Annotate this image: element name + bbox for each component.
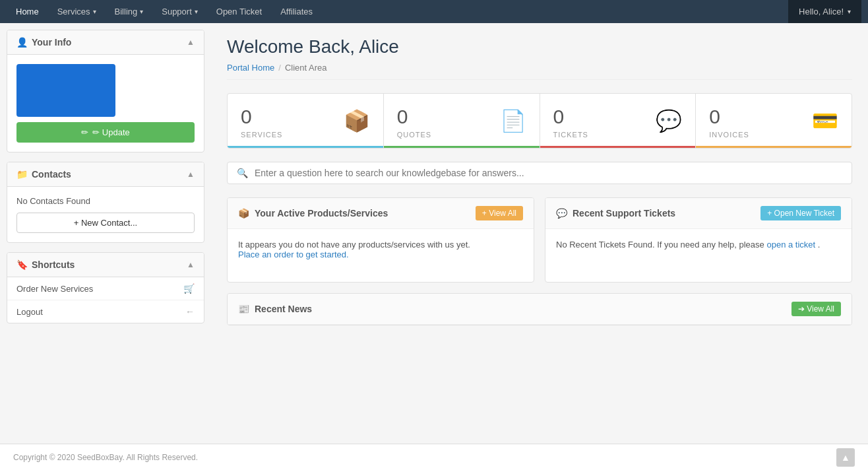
tickets-empty-text: No Recent Tickets Found. If you need any… [556,240,764,250]
open-ticket-link[interactable]: open a ticket [766,240,815,250]
shortcuts-toggle[interactable]: ▲ [187,260,195,269]
footer: Copyright © 2020 SeedBoxBay. All Rights … [0,444,868,470]
news-view-all-button[interactable]: ➔ View All [791,302,841,316]
contacts-header: 📁 Contacts ▲ [7,162,204,187]
nav-items: Home Services ▾ Billing ▾ Support ▾ Open… [7,0,788,23]
stat-quotes-count: 0 [397,107,493,127]
logout-icon: ← [185,306,195,317]
news-view-all-label: ➔ View All [798,304,834,314]
stat-quotes[interactable]: 0 QUOTES 📄 [384,94,540,148]
shortcut-order-services[interactable]: Order New Services 🛒 [7,277,204,300]
nav-label-support: Support [162,7,192,17]
nav-label-open-ticket: Open Ticket [216,7,262,17]
folder-icon: 📁 [16,169,28,180]
services-dropdown-icon: ▾ [93,8,96,15]
update-button[interactable]: ✏ ✏ Update [16,122,195,143]
scroll-top-button[interactable]: ▲ [836,448,855,467]
shortcuts-panel: 🔖 Shortcuts ▲ Order New Services 🛒 Logou… [7,252,204,323]
open-ticket-label: + Open New Ticket [767,209,834,218]
cart-icon: 🛒 [183,283,195,294]
new-contact-label: + New Contact... [74,218,137,228]
nav-item-affiliates[interactable]: Affiliates [271,0,322,23]
contacts-header-left: 📁 Contacts [16,169,71,180]
products-view-all-button[interactable]: + View All [476,206,523,220]
main-content: Welcome Back, Alice Portal Home / Client… [211,23,868,444]
breadcrumb-separator: / [278,63,281,73]
stat-quotes-label: QUOTES [397,131,493,139]
open-new-ticket-button[interactable]: + Open New Ticket [760,206,841,220]
products-cta-link[interactable]: Place an order to get started. [238,250,349,259]
stat-services[interactable]: 0 SERVICES 📦 [228,94,384,148]
your-info-toggle[interactable]: ▲ [187,38,195,47]
nav-label-home: Home [16,7,39,17]
news-card-title-group: 📰 Recent News [238,304,312,314]
stat-quotes-left: 0 QUOTES [397,107,493,139]
shortcut-order-label: Order New Services [16,284,93,294]
nav-item-billing[interactable]: Billing ▾ [106,0,153,23]
your-info-body: ✏ ✏ Update [7,55,204,152]
contacts-title: Contacts [32,169,71,180]
sidebar: 👤 Your Info ▲ ✏ ✏ Update 📁 [0,23,211,444]
services-stat-icon: 📦 [344,108,370,133]
products-view-all-label: + View All [482,209,516,218]
shortcut-logout-label: Logout [16,307,43,317]
nav-item-services[interactable]: Services ▾ [48,0,106,23]
news-card-header: 📰 Recent News ➔ View All [228,294,852,325]
products-card-body: It appears you do not have any products/… [228,229,534,282]
tickets-card-title-group: 💬 Recent Support Tickets [556,208,675,218]
tickets-card: 💬 Recent Support Tickets + Open New Tick… [545,197,852,283]
tickets-card-header: 💬 Recent Support Tickets + Open New Tick… [545,198,852,229]
main-nav: Home Services ▾ Billing ▾ Support ▾ Open… [0,0,868,23]
stat-invoices-count: 0 [709,107,805,127]
your-info-title: Your Info [32,37,71,48]
bookmark-icon: 🔖 [16,259,28,270]
stat-tickets-left: 0 TICKETS [553,107,650,139]
search-input[interactable] [255,168,842,178]
quotes-stat-icon: 📄 [500,108,526,133]
stat-tickets[interactable]: 0 TICKETS 💬 [540,94,697,148]
scroll-top-icon: ▲ [841,452,850,463]
contacts-body: No Contacts Found + New Contact... [7,187,204,242]
stat-services-count: 0 [241,107,337,127]
products-card-icon: 📦 [238,208,249,218]
update-icon: ✏ [81,127,88,137]
nav-item-home[interactable]: Home [7,0,48,23]
user-menu[interactable]: Hello, Alice! ▾ [788,0,861,23]
products-card-title: Your Active Products/Services [255,208,388,218]
products-card-title-group: 📦 Your Active Products/Services [238,208,388,218]
user-greeting: Hello, Alice! [799,7,844,17]
shortcuts-title: Shortcuts [32,259,75,270]
user-icon: 👤 [16,37,28,48]
nav-label-billing: Billing [115,7,138,17]
breadcrumb: Portal Home / Client Area [227,63,852,80]
new-contact-button[interactable]: + New Contact... [16,213,195,233]
contacts-panel: 📁 Contacts ▲ No Contacts Found + New Con… [7,162,204,243]
products-empty-text: It appears you do not have any products/… [238,240,523,250]
no-contacts-label: No Contacts Found [16,196,195,206]
nav-item-open-ticket[interactable]: Open Ticket [207,0,271,23]
user-avatar [16,64,115,117]
stat-invoices-left: 0 INVOICES [709,107,805,139]
stat-invoices[interactable]: 0 INVOICES 💳 [696,94,852,148]
update-label: ✏ Update [92,127,130,137]
products-card-header: 📦 Your Active Products/Services + View A… [228,198,534,229]
nav-label-services: Services [57,7,90,17]
nav-item-support[interactable]: Support ▾ [152,0,207,23]
breadcrumb-portal-home[interactable]: Portal Home [227,63,274,73]
shortcut-logout[interactable]: Logout ← [7,300,204,323]
stat-tickets-label: TICKETS [553,131,650,139]
shortcuts-body: Order New Services 🛒 Logout ← [7,277,204,323]
user-dropdown-icon: ▾ [848,8,851,15]
copyright-text: Copyright © 2020 SeedBoxBay. All Rights … [13,453,198,462]
cards-row: 📦 Your Active Products/Services + View A… [227,197,852,283]
contacts-toggle[interactable]: ▲ [187,170,195,179]
shortcuts-header-left: 🔖 Shortcuts [16,259,75,270]
billing-dropdown-icon: ▾ [140,8,143,15]
your-info-header: 👤 Your Info ▲ [7,30,204,55]
news-card-title: Recent News [255,304,312,314]
news-card-icon: 📰 [238,304,249,314]
stats-row: 0 SERVICES 📦 0 QUOTES 📄 0 TICKETS 💬 [227,93,852,149]
products-card: 📦 Your Active Products/Services + View A… [227,197,534,283]
tickets-card-title: Recent Support Tickets [573,208,675,218]
news-card: 📰 Recent News ➔ View All [227,293,852,325]
